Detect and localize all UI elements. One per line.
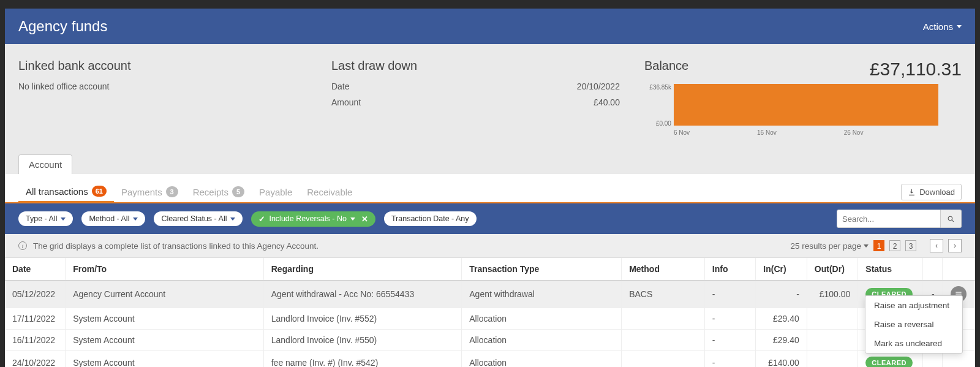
info-icon: i	[18, 241, 27, 250]
subtab-all-transactions[interactable]: All transactions 61	[18, 182, 114, 202]
filter-txdate[interactable]: Transaction Date - Any	[384, 211, 477, 226]
balance-col: Balance £37,110.31 £36.85k £0.00 6 Nov 1…	[644, 59, 962, 136]
filter-cleared[interactable]: Cleared Status - All	[154, 211, 243, 226]
caret-down-icon	[230, 218, 235, 221]
cell-info: -	[704, 330, 755, 351]
search-input[interactable]	[837, 210, 941, 228]
account-panel: All transactions 61 Payments 3 Receipts …	[5, 174, 975, 367]
col-date[interactable]: Date	[5, 258, 66, 281]
subtab-payments[interactable]: Payments 3	[114, 183, 186, 201]
menu-raise-reversal[interactable]: Raise a reversal	[865, 315, 962, 334]
svg-point-0	[948, 216, 952, 221]
cell-txtype: Allocation	[462, 308, 622, 330]
page-2[interactable]: 2	[889, 240, 900, 251]
col-actions	[942, 258, 974, 281]
chart-xtick-1: 16 Nov	[757, 129, 777, 136]
col-info[interactable]: Info	[704, 258, 755, 281]
linked-account-col: Linked bank account No linked office acc…	[18, 59, 307, 136]
chart-bar	[674, 84, 938, 126]
cell-method	[622, 308, 705, 330]
info-text: The grid displays a complete list of tra…	[33, 241, 318, 251]
chart-ytick-bottom: £0.00	[644, 120, 671, 127]
search-wrap	[837, 210, 962, 228]
table-row[interactable]: 17/11/2022System AccountLandlord Invoice…	[5, 308, 975, 330]
chart-xtick-2: 26 Nov	[844, 129, 864, 136]
cell-incr: £140.00	[756, 351, 807, 368]
check-icon: ✓	[258, 214, 265, 224]
tab-account[interactable]: Account	[18, 154, 72, 174]
linked-text: No linked office account	[18, 81, 307, 91]
info-bar: i The grid displays a complete list of t…	[5, 234, 975, 258]
subtab-payments-badge: 3	[166, 186, 178, 197]
col-status[interactable]: Status	[858, 258, 923, 281]
subtab-payable[interactable]: Payable	[252, 183, 300, 201]
filter-type[interactable]: Type - All	[18, 211, 73, 226]
cell-method	[622, 351, 705, 368]
filter-reversals[interactable]: ✓ Include Reversals - No ✕	[251, 211, 375, 227]
cell-date: 16/11/2022	[5, 330, 66, 351]
cell-incr: -	[756, 281, 807, 308]
cell-info: -	[704, 281, 755, 308]
drawdown-col: Last draw down Date 20/10/2022 Amount £4…	[331, 59, 620, 136]
menu-mark-uncleared[interactable]: Mark as uncleared	[865, 334, 962, 353]
cell-incr: £29.40	[756, 330, 807, 351]
drawdown-date-value: 20/10/2022	[577, 81, 620, 91]
actions-dropdown[interactable]: Actions	[923, 21, 962, 32]
filter-txdate-label: Transaction Date - Any	[391, 214, 469, 223]
search-icon	[947, 215, 955, 223]
col-incr[interactable]: In(Cr)	[756, 258, 807, 281]
section-tabs: Account	[5, 153, 975, 174]
col-txtype[interactable]: Transaction Type	[462, 258, 622, 281]
caret-down-icon	[864, 244, 869, 248]
col-outdr[interactable]: Out(Dr)	[807, 258, 858, 281]
balance-value: £37,110.31	[870, 59, 962, 80]
page-3[interactable]: 3	[905, 240, 916, 251]
cell-info: -	[704, 308, 755, 330]
subtab-receipts-label: Receipts	[193, 187, 228, 197]
caret-down-icon	[350, 218, 355, 221]
subtab-receipts[interactable]: Receipts 5	[186, 183, 252, 201]
page-next[interactable]: ›	[948, 239, 962, 252]
drawdown-amount-value: £40.00	[594, 97, 620, 107]
subtab-payable-label: Payable	[259, 187, 292, 197]
transactions-table: Date From/To Regarding Transaction Type …	[5, 258, 975, 367]
subtab-all-label: All transactions	[26, 186, 88, 197]
col-regarding[interactable]: Regarding	[263, 258, 462, 281]
caret-down-icon	[61, 218, 66, 221]
table-row[interactable]: 24/10/2022System Accountfee name (Inv. #…	[5, 351, 975, 368]
linked-heading: Linked bank account	[18, 59, 307, 73]
filter-cleared-label: Cleared Status - All	[161, 214, 227, 223]
balance-heading: Balance	[644, 59, 688, 73]
clear-filter-icon[interactable]: ✕	[361, 214, 368, 224]
menu-raise-adjustment[interactable]: Raise an adjustment	[865, 296, 962, 315]
cell-date: 05/12/2022	[5, 281, 66, 308]
cell-regarding: fee name (Inv. #) (Inv. #542)	[263, 351, 462, 368]
col-fromto[interactable]: From/To	[66, 258, 264, 281]
results-label: 25 results per page	[790, 241, 861, 251]
drawdown-heading: Last draw down	[331, 59, 620, 73]
cell-fromto: System Account	[66, 351, 264, 368]
results-per-page[interactable]: 25 results per page	[790, 241, 869, 251]
transaction-subtabs: All transactions 61 Payments 3 Receipts …	[5, 181, 975, 203]
cell-fromto: System Account	[66, 330, 264, 351]
table-row[interactable]: 16/11/2022System AccountLandlord Invoice…	[5, 330, 975, 351]
cell-outdr	[807, 308, 858, 330]
table-row[interactable]: 05/12/2022Agency Current AccountAgent wi…	[5, 281, 975, 308]
cell-regarding: Agent withdrawal - Acc No: 66554433	[263, 281, 462, 308]
page-prev[interactable]: ‹	[930, 239, 943, 252]
filter-method[interactable]: Method - All	[81, 211, 145, 226]
cell-txtype: Agent withdrawal	[462, 281, 622, 308]
subtab-payments-label: Payments	[121, 187, 162, 197]
page-1[interactable]: 1	[873, 240, 884, 251]
subtab-all-badge: 61	[92, 186, 107, 197]
filter-method-label: Method - All	[89, 214, 129, 223]
search-button[interactable]	[941, 210, 962, 228]
col-dash	[923, 258, 942, 281]
table-header-row: Date From/To Regarding Transaction Type …	[5, 258, 975, 281]
cell-outdr	[807, 351, 858, 368]
summary-panel: Linked bank account No linked office acc…	[5, 44, 975, 153]
subtab-receivable[interactable]: Receivable	[300, 183, 360, 201]
cell-outdr: £100.00	[807, 281, 858, 308]
col-method[interactable]: Method	[622, 258, 705, 281]
download-button[interactable]: Download	[901, 184, 962, 200]
